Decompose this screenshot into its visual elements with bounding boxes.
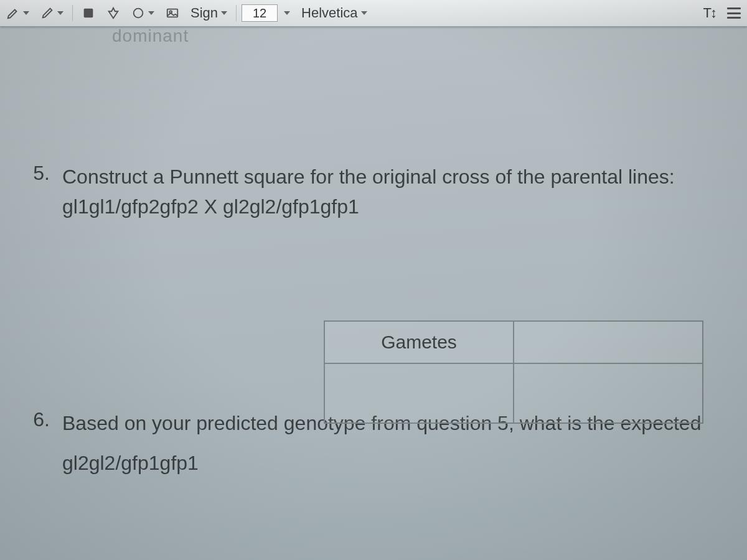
circle-icon xyxy=(131,6,145,20)
q5-line1: Construct a Punnett square for the origi… xyxy=(62,166,675,188)
chevron-down-icon xyxy=(57,11,63,15)
svg-point-1 xyxy=(134,9,143,18)
chevron-down-icon[interactable] xyxy=(284,11,290,15)
sign-label: Sign xyxy=(190,5,218,21)
font-family-menu[interactable]: Helvetica xyxy=(298,2,370,24)
sign-menu[interactable]: Sign xyxy=(187,2,231,24)
note-icon xyxy=(82,6,95,20)
question-body: Construct a Punnett square for the origi… xyxy=(62,162,675,222)
note-tool[interactable] xyxy=(78,2,99,24)
highlighter-icon xyxy=(6,6,20,20)
font-size-input[interactable]: 12 xyxy=(242,4,278,22)
pen-icon xyxy=(40,6,54,20)
pen-tool[interactable] xyxy=(37,2,67,24)
text-height-tool[interactable]: T↕ xyxy=(700,2,720,24)
punnett-header-empty xyxy=(514,321,703,363)
q6-sub: gl2gl2/gfp1gfp1 xyxy=(62,452,722,475)
image-icon xyxy=(166,6,179,20)
separator xyxy=(72,5,73,21)
highlighter-tool[interactable] xyxy=(2,2,33,24)
document-page: 5. Construct a Punnett square for the or… xyxy=(0,31,747,560)
chevron-down-icon xyxy=(221,11,227,15)
chevron-down-icon xyxy=(23,11,29,15)
punnett-cell xyxy=(324,363,514,423)
toolbar: Sign 12 Helvetica T↕ xyxy=(0,0,747,27)
shape-tool[interactable] xyxy=(128,2,158,24)
text-height-icon: T↕ xyxy=(703,5,716,21)
stamp-tool[interactable] xyxy=(103,2,124,24)
svg-rect-0 xyxy=(84,9,93,18)
q5-line2: gl1gl1/gfp2gfp2 X gl2gl2/gfp1gfp1 xyxy=(62,195,359,218)
chevron-down-icon xyxy=(148,11,154,15)
separator xyxy=(236,5,237,21)
svg-rect-2 xyxy=(167,9,178,17)
hamburger-icon xyxy=(727,7,741,19)
chevron-down-icon xyxy=(361,11,367,15)
stamp-icon xyxy=(106,6,120,20)
punnett-square: Gametes xyxy=(324,320,703,424)
punnett-cell xyxy=(514,363,703,423)
question-number: 6. xyxy=(25,408,50,438)
menu-button[interactable] xyxy=(723,2,745,24)
question-number: 5. xyxy=(25,162,50,222)
font-name-label: Helvetica xyxy=(301,5,357,21)
question-5: 5. Construct a Punnett square for the or… xyxy=(25,162,722,222)
image-tool[interactable] xyxy=(162,2,183,24)
punnett-header: Gametes xyxy=(324,321,514,363)
